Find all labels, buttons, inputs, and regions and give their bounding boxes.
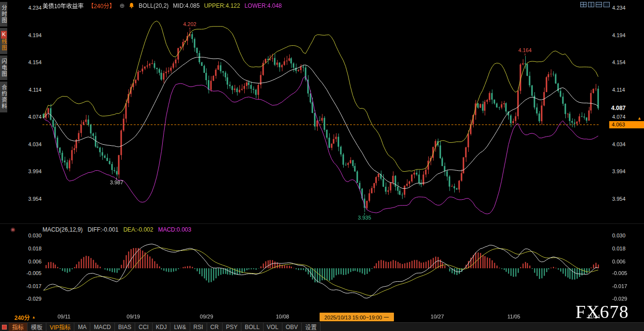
last-price-tag: 4.087 bbox=[611, 105, 626, 111]
reference-price-tag: 4.063 bbox=[609, 121, 644, 128]
price-axis-tick-left: 4.114 bbox=[22, 87, 42, 93]
price-axis-tick-left: 4.154 bbox=[22, 59, 42, 65]
left-sidebar: 分时图 K线图 闪电图 合约资料 bbox=[0, 2, 8, 112]
macd-axis-tick-right: -0.017 bbox=[612, 283, 631, 289]
interval-tag: 【240分】 bbox=[88, 1, 115, 10]
x-axis-date-row: 240分 ▲ 2025/10/13 15:00~19:00 一 09/1109/… bbox=[0, 312, 644, 321]
sidebar-tab-flash-chart[interactable]: 闪电图 bbox=[0, 55, 7, 80]
price-axis-tick-right: 3.994 bbox=[612, 168, 631, 174]
macd-macd-value: MACD:0.003 bbox=[158, 226, 191, 233]
toolbar-item-lwr[interactable]: LW& bbox=[170, 323, 190, 331]
price-axis-tick-right: 4.114 bbox=[612, 87, 631, 93]
chart-header: 美债10年收益率 【240分】 ⊕ BOLL(20,2) MID:4.085 U… bbox=[42, 2, 282, 9]
x-axis-date-tick: 09/19 bbox=[126, 314, 140, 319]
toolbar-item-vip-indicator[interactable]: VIP指标 bbox=[46, 323, 74, 331]
alert-bell-icon[interactable] bbox=[129, 3, 134, 9]
layout-single-icon[interactable] bbox=[603, 2, 610, 7]
price-axis-tick-right: 4.074 bbox=[612, 114, 631, 120]
add-indicator-icon[interactable]: ⊕ bbox=[119, 2, 125, 9]
price-axis-tick-left: 4.074 bbox=[22, 114, 42, 120]
x-axis-date-tick: 09/29 bbox=[200, 314, 213, 319]
macd-chart-canvas[interactable] bbox=[42, 233, 600, 311]
interval-arrow-icon: ▲ bbox=[32, 315, 36, 319]
indicator-toolbar: 指标 模板 VIP指标 MA MACD BIAS CCI KDJ LW& RSI… bbox=[0, 322, 644, 331]
toolbar-item-cci[interactable]: CCI bbox=[135, 323, 153, 331]
macd-axis-tick-left: 0.018 bbox=[22, 246, 42, 251]
price-axis-tick-right: 3.954 bbox=[612, 196, 631, 202]
sidebar-tab-time-share[interactable]: 分时图 bbox=[0, 2, 7, 27]
boll-lower-value: LOWER:4.048 bbox=[244, 2, 281, 9]
toolbar-item-rsi[interactable]: RSI bbox=[190, 323, 207, 331]
price-marker-arrow-icon: ▲ bbox=[637, 116, 642, 121]
indicator-panel-icon[interactable]: ◉ bbox=[11, 226, 15, 233]
indicator-window-icon[interactable] bbox=[2, 325, 7, 330]
boll-indicator-label: BOLL(20,2) bbox=[139, 2, 168, 9]
panel-separator bbox=[0, 223, 644, 224]
macd-header: MACD(26,12,9) DIFF:-0.001 DEA:-0.002 MAC… bbox=[42, 226, 191, 233]
interval-selector[interactable]: 240分 ▲ bbox=[14, 313, 36, 321]
macd-axis-tick-right: -0.029 bbox=[612, 296, 631, 302]
macd-axis-tick-left: -0.005 bbox=[22, 270, 42, 276]
chart-application: 分时图 K线图 闪电图 合约资料 美债10年收益率 【240分】 ⊕ BOLL(… bbox=[0, 0, 644, 331]
price-axis-tick-right: 4.234 bbox=[612, 5, 631, 11]
toolbar-item-vol[interactable]: VOL bbox=[264, 323, 282, 331]
price-axis-tick-right: 4.194 bbox=[612, 32, 631, 38]
instrument-title: 美债10年收益率 bbox=[42, 1, 84, 10]
price-axis-tick-right: 4.154 bbox=[612, 59, 631, 65]
kline-k-badge: K bbox=[1, 31, 7, 39]
x-axis-date-tick: 10/27 bbox=[431, 314, 444, 319]
macd-axis-tick-right: 0.030 bbox=[612, 233, 631, 238]
interval-selector-label: 240分 bbox=[14, 313, 30, 321]
toolbar-item-template[interactable]: 模板 bbox=[28, 323, 46, 331]
macd-diff-value: DIFF:-0.001 bbox=[87, 226, 118, 233]
toolbar-item-bias[interactable]: BIAS bbox=[115, 323, 135, 331]
boll-mid-value: MID:4.085 bbox=[173, 2, 199, 9]
macd-dea-value: DEA:-0.002 bbox=[123, 226, 153, 233]
period-tooltip: 2025/10/13 15:00~19:00 一 bbox=[320, 313, 394, 321]
window-layout-icons bbox=[580, 2, 610, 7]
kline-label: 线图 bbox=[1, 39, 7, 51]
price-axis-tick-left: 4.034 bbox=[22, 141, 42, 147]
toolbar-item-indicator[interactable]: 指标 bbox=[9, 323, 28, 331]
toolbar-item-obv[interactable]: OBV bbox=[282, 323, 302, 331]
sidebar-tab-contract-info[interactable]: 合约资料 bbox=[0, 82, 7, 112]
toolbar-item-macd[interactable]: MACD bbox=[90, 323, 114, 331]
macd-axis-tick-right: -0.005 bbox=[612, 270, 631, 276]
toolbar-item-ma[interactable]: MA bbox=[74, 323, 90, 331]
macd-axis-tick-left: 0.030 bbox=[22, 233, 42, 238]
toolbar-item-psy[interactable]: PSY bbox=[223, 323, 241, 331]
toolbar-item-boll[interactable]: BOLL bbox=[241, 323, 264, 331]
macd-indicator-label: MACD(26,12,9) bbox=[42, 226, 83, 233]
candlestick-chart-canvas[interactable] bbox=[42, 4, 600, 222]
x-axis-date-tick: 11/05 bbox=[507, 314, 520, 319]
price-axis-tick-left: 4.234 bbox=[22, 5, 42, 11]
x-axis-date-tick: 11/14 bbox=[587, 314, 600, 319]
x-axis-date-tick: 10/08 bbox=[276, 314, 289, 319]
price-axis-tick-left: 3.994 bbox=[22, 168, 42, 174]
toolbar-item-cr[interactable]: CR bbox=[207, 323, 223, 331]
layout-quad-icon[interactable] bbox=[580, 2, 587, 7]
price-axis-tick-left: 3.954 bbox=[22, 196, 42, 202]
toolbar-item-kdj[interactable]: KDJ bbox=[153, 323, 171, 331]
macd-axis-tick-right: 0.006 bbox=[612, 259, 631, 264]
layout-vsplit-icon[interactable] bbox=[588, 2, 594, 7]
price-axis-tick-right: 4.034 bbox=[612, 141, 631, 147]
macd-axis-tick-left: -0.017 bbox=[22, 283, 42, 289]
x-axis-date-tick: 09/11 bbox=[57, 314, 70, 319]
sidebar-tab-kline[interactable]: K线图 bbox=[0, 28, 7, 54]
macd-axis-tick-left: 0.006 bbox=[22, 259, 42, 264]
layout-hsplit-icon[interactable] bbox=[596, 2, 602, 7]
macd-axis-tick-right: 0.018 bbox=[612, 246, 631, 251]
toolbar-item-settings[interactable]: 设置 bbox=[302, 323, 321, 331]
macd-axis-tick-left: -0.029 bbox=[22, 296, 42, 302]
boll-upper-value: UPPER:4.122 bbox=[204, 2, 240, 9]
price-axis-tick-left: 4.194 bbox=[22, 32, 42, 38]
